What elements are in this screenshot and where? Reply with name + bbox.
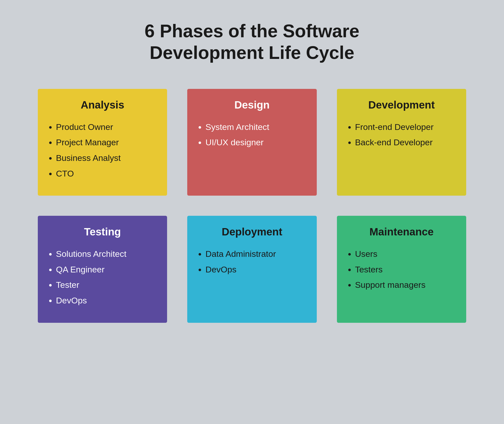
list-item: Back-end Developer bbox=[355, 136, 455, 149]
list-item: Solutions Architect bbox=[56, 248, 156, 260]
list-item: DevOps bbox=[56, 295, 156, 307]
list-item: Business Analyst bbox=[56, 152, 156, 164]
card-maintenance-list: UsersTestersSupport managers bbox=[348, 248, 455, 291]
card-deployment: DeploymentData AdministratorDevOps bbox=[187, 216, 317, 323]
phases-grid: AnalysisProduct OwnerProject ManagerBusi… bbox=[38, 89, 466, 323]
card-deployment-title: Deployment bbox=[198, 226, 305, 238]
list-item: System Architect bbox=[205, 121, 305, 133]
card-development: DevelopmentFront-end DeveloperBack-end D… bbox=[337, 89, 466, 196]
list-item: UI/UX designer bbox=[205, 136, 305, 149]
card-testing-title: Testing bbox=[49, 226, 156, 238]
list-item: Front-end Developer bbox=[355, 121, 455, 133]
list-item: Users bbox=[355, 248, 455, 260]
card-design: DesignSystem ArchitectUI/UX designer bbox=[187, 89, 317, 196]
list-item: DevOps bbox=[205, 264, 305, 276]
card-development-title: Development bbox=[348, 99, 455, 111]
list-item: Tester bbox=[56, 279, 156, 291]
list-item: Project Manager bbox=[56, 136, 156, 149]
list-item: CTO bbox=[56, 168, 156, 180]
list-item: Product Owner bbox=[56, 121, 156, 133]
page-container: 6 Phases of the SoftwareDevelopment Life… bbox=[0, 0, 504, 424]
card-development-list: Front-end DeveloperBack-end Developer bbox=[348, 121, 455, 149]
card-deployment-list: Data AdministratorDevOps bbox=[198, 248, 305, 275]
card-design-title: Design bbox=[198, 99, 305, 111]
card-testing-list: Solutions ArchitectQA EngineerTesterDevO… bbox=[49, 248, 156, 306]
card-testing: TestingSolutions ArchitectQA EngineerTes… bbox=[38, 216, 167, 323]
list-item: Data Administrator bbox=[205, 248, 305, 260]
list-item: QA Engineer bbox=[56, 264, 156, 276]
card-analysis: AnalysisProduct OwnerProject ManagerBusi… bbox=[38, 89, 167, 196]
card-maintenance-title: Maintenance bbox=[348, 226, 455, 238]
card-maintenance: MaintenanceUsersTestersSupport managers bbox=[337, 216, 466, 323]
page-title: 6 Phases of the SoftwareDevelopment Life… bbox=[145, 20, 359, 64]
card-design-list: System ArchitectUI/UX designer bbox=[198, 121, 305, 149]
card-analysis-list: Product OwnerProject ManagerBusiness Ana… bbox=[49, 121, 156, 180]
list-item: Testers bbox=[355, 264, 455, 276]
list-item: Support managers bbox=[355, 279, 455, 291]
card-analysis-title: Analysis bbox=[49, 99, 156, 111]
